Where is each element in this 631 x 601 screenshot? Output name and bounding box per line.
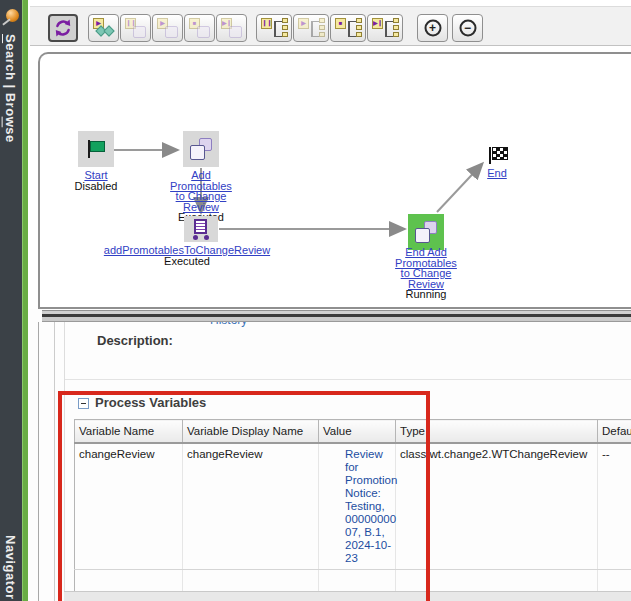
refresh-icon	[53, 18, 73, 38]
table-body: changeReviewchangeReviewReview for Promo…	[75, 443, 631, 594]
robot-icon	[192, 219, 210, 240]
suspend-process-icon	[273, 18, 288, 38]
complete-process-button[interactable]: ▶❙	[367, 14, 403, 42]
node-addpromotablestochangereview-robot-status: Executed	[82, 256, 292, 267]
process-variables-table: Variable NameVariable Display NameValueT…	[74, 419, 631, 593]
node-addpromotablestochangereview-robot[interactable]	[184, 216, 218, 242]
terminate-activity-button[interactable]: ■	[184, 14, 215, 42]
column-header-variable-display-name[interactable]: Variable Display Name	[183, 420, 319, 443]
node-end-label-block: End	[475, 168, 519, 179]
flag-green-icon	[86, 138, 106, 160]
node-start-status: Disabled	[58, 181, 134, 192]
play-step-icon	[97, 25, 115, 37]
node-end-add-promotables-to-change-review-label-block: End Add Promotables to Change ReviewRunn…	[390, 247, 462, 300]
table-row: changeReviewchangeReviewReview for Promo…	[75, 443, 631, 570]
empty-table-row	[75, 569, 631, 593]
column-header-variable-name[interactable]: Variable Name	[75, 420, 183, 443]
node-add-promotables-to-change-review[interactable]	[183, 131, 219, 167]
zoom-out-button[interactable]: −	[452, 14, 483, 42]
node-start-label-block: StartDisabled	[58, 170, 134, 191]
cell-variable-name: changeReview	[75, 443, 183, 570]
process-variables-title: Process Variables	[95, 395, 206, 410]
activity-icon	[190, 138, 212, 160]
resume-activity-button[interactable]: ▶	[152, 14, 183, 42]
node-end-add-promotables-to-change-review[interactable]	[408, 214, 444, 250]
section-divider	[65, 379, 631, 380]
node-end-add-promotables-to-change-review-link[interactable]: End Add Promotables to Change Review	[395, 246, 457, 290]
node-add-promotables-to-change-review-label-block: Add Promotables to Change ReviewExecuted	[165, 170, 237, 223]
workflow-process-manager-window: StartDisabledAdd Promotables to Change R…	[0, 0, 631, 601]
resume-activity-icon	[165, 26, 178, 38]
complete-activity-button[interactable]: ▶❙	[216, 14, 247, 42]
column-header-type[interactable]: Type	[396, 420, 598, 443]
start-step-button[interactable]: ▶	[88, 14, 119, 42]
sidebar-item-navigator[interactable]: Navigator	[3, 535, 18, 599]
suspend-activity-icon	[133, 26, 146, 38]
terminate-process-button[interactable]: ■	[330, 14, 366, 42]
resume-process-button[interactable]: ▶	[293, 14, 329, 42]
sidebar: Search | Browse Navigator	[0, 0, 22, 601]
cell-value: Review for Promotion Notice: Testing, 00…	[319, 443, 396, 570]
terminate-process-icon	[347, 18, 362, 38]
collapsed-section-bar[interactable]	[64, 591, 631, 601]
zoom-in-icon: +	[424, 20, 441, 37]
node-end-add-promotables-to-change-review-status: Running	[390, 289, 462, 300]
collapse-icon[interactable]	[78, 398, 89, 409]
suspend-activity-button[interactable]: ❙❙	[120, 14, 151, 42]
panel-border-line	[64, 322, 65, 601]
cell-default: --	[598, 443, 631, 570]
resume-process-icon	[310, 18, 325, 38]
activity-icon	[415, 221, 437, 243]
node-add-promotables-to-change-review-link[interactable]: Add Promotables to Change Review	[170, 169, 232, 213]
complete-process-icon	[384, 18, 399, 38]
sidebar-item-search-browse[interactable]: Search | Browse	[3, 34, 18, 143]
node-addpromotablestochangereview-robot-label-block: addPromotablesToChangeReviewExecuted	[82, 245, 292, 266]
node-end[interactable]	[487, 146, 509, 166]
column-header-default[interactable]: Default	[598, 420, 631, 443]
zoom-out-icon: −	[459, 20, 476, 37]
panel-border-line	[54, 322, 55, 601]
terminate-activity-icon	[197, 26, 210, 38]
node-start[interactable]	[78, 131, 114, 167]
refresh-button[interactable]	[48, 14, 78, 42]
panel-border-line	[38, 322, 39, 601]
node-end-link[interactable]: End	[487, 167, 507, 179]
pane-splitter[interactable]	[42, 310, 631, 322]
cell-variable-display-name: changeReview	[183, 443, 319, 570]
pushpin-icon[interactable]	[6, 9, 19, 22]
details-panel: History Description: Process Variables V…	[28, 309, 631, 601]
suspend-process-button[interactable]: ❙❙	[256, 14, 292, 42]
value-link[interactable]: Review for Promotion Notice: Testing, 00…	[345, 448, 397, 564]
description-label: Description:	[97, 333, 173, 348]
zoom-in-button[interactable]: +	[417, 14, 448, 42]
column-header-value[interactable]: Value	[319, 420, 396, 443]
complete-activity-icon	[229, 26, 242, 38]
flag-checkered-icon	[488, 146, 508, 166]
table-header: Variable NameVariable Display NameValueT…	[75, 420, 631, 443]
cell-type: class wt.change2.WTChangeReview	[396, 443, 598, 570]
